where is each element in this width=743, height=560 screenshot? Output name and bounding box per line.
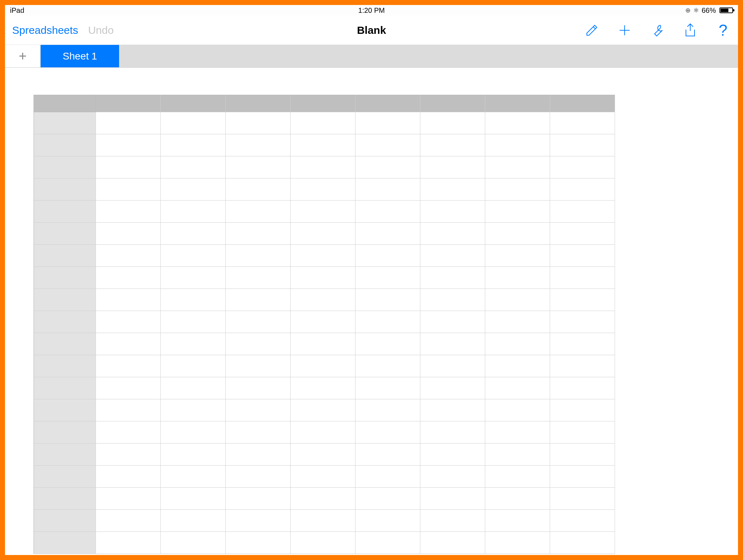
cell[interactable] [355,488,420,510]
row-header[interactable] [34,112,96,134]
cell[interactable] [420,355,485,377]
cell[interactable] [550,223,615,245]
cell[interactable] [291,289,355,311]
cell[interactable] [485,134,550,156]
cell[interactable] [355,510,420,532]
row-header[interactable] [34,466,96,488]
cell[interactable] [226,112,291,134]
cell[interactable] [355,399,420,421]
cell[interactable] [291,245,355,267]
column-header[interactable] [96,95,161,112]
column-header[interactable] [161,95,226,112]
cell[interactable] [355,311,420,333]
cell[interactable] [226,289,291,311]
cell[interactable] [485,156,550,178]
cell[interactable] [420,112,485,134]
cell[interactable] [485,333,550,355]
cell[interactable] [96,289,161,311]
cell[interactable] [420,156,485,178]
row-header[interactable] [34,134,96,156]
undo-button[interactable]: Undo [88,24,114,36]
cell[interactable] [226,510,291,532]
cell[interactable] [96,245,161,267]
cell[interactable] [291,421,355,444]
cell[interactable] [485,444,550,466]
cell[interactable] [420,267,485,289]
cell[interactable] [226,421,291,444]
cell[interactable] [550,178,615,201]
row-header[interactable] [34,377,96,399]
cell[interactable] [96,311,161,333]
cell[interactable] [550,267,615,289]
column-header[interactable] [226,95,291,112]
cell[interactable] [420,377,485,399]
cell[interactable] [550,289,615,311]
column-header[interactable] [420,95,485,112]
cell[interactable] [550,377,615,399]
row-header[interactable] [34,444,96,466]
cell[interactable] [161,532,226,554]
format-brush-icon[interactable] [584,22,600,38]
row-header[interactable] [34,333,96,355]
cell[interactable] [96,421,161,444]
cell[interactable] [161,333,226,355]
cell[interactable] [161,134,226,156]
cell[interactable] [291,333,355,355]
cell[interactable] [550,355,615,377]
cell[interactable] [355,532,420,554]
cell[interactable] [291,399,355,421]
row-header[interactable] [34,311,96,333]
cell[interactable] [420,466,485,488]
cell[interactable] [420,421,485,444]
sheet-tab-1[interactable]: Sheet 1 [41,45,119,67]
row-header[interactable] [34,510,96,532]
cell[interactable] [226,466,291,488]
row-header[interactable] [34,488,96,510]
cell[interactable] [161,444,226,466]
cell[interactable] [226,355,291,377]
row-header[interactable] [34,245,96,267]
cell[interactable] [550,532,615,554]
cell[interactable] [291,532,355,554]
cell[interactable] [226,377,291,399]
cell[interactable] [420,178,485,201]
row-header[interactable] [34,421,96,444]
cell[interactable] [550,112,615,134]
cell[interactable] [355,355,420,377]
cell[interactable] [550,311,615,333]
cell[interactable] [355,201,420,223]
cell[interactable] [161,267,226,289]
cell[interactable] [96,112,161,134]
cell[interactable] [161,245,226,267]
cell[interactable] [550,333,615,355]
cell[interactable] [291,201,355,223]
cell[interactable] [420,134,485,156]
row-header[interactable] [34,156,96,178]
cell[interactable] [550,466,615,488]
cell[interactable] [485,112,550,134]
wrench-icon[interactable] [650,22,665,38]
cell[interactable] [161,355,226,377]
cell[interactable] [226,399,291,421]
cell[interactable] [420,488,485,510]
add-icon[interactable] [617,22,632,38]
cell[interactable] [96,178,161,201]
cell[interactable] [226,134,291,156]
cell[interactable] [96,532,161,554]
cell[interactable] [550,488,615,510]
cell[interactable] [355,156,420,178]
cell[interactable] [355,444,420,466]
cell[interactable] [291,355,355,377]
cell[interactable] [355,377,420,399]
spreadsheet-canvas[interactable] [5,68,738,555]
cell[interactable] [96,444,161,466]
cell[interactable] [485,267,550,289]
cell[interactable] [485,532,550,554]
cell[interactable] [226,267,291,289]
cell[interactable] [550,201,615,223]
cell[interactable] [420,510,485,532]
cell[interactable] [161,377,226,399]
cell[interactable] [96,355,161,377]
share-icon[interactable] [682,22,698,38]
cell[interactable] [485,355,550,377]
